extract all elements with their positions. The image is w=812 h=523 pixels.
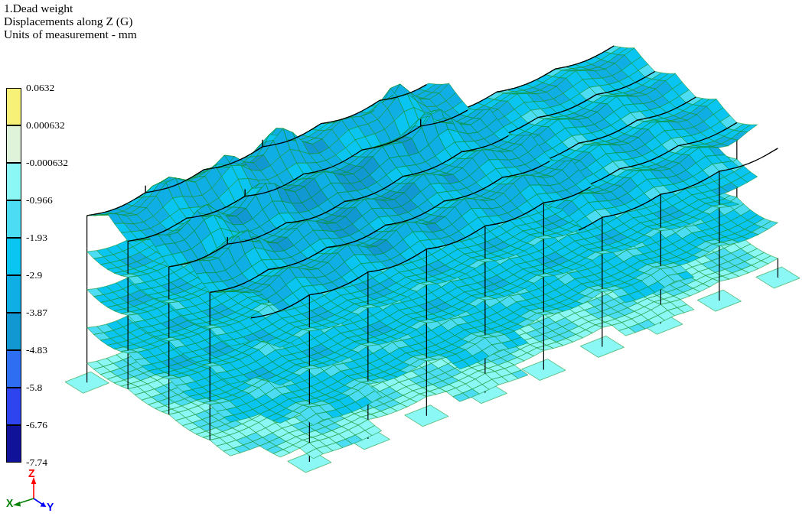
y-axis-arrow <box>34 499 43 505</box>
legend-swatches <box>6 88 21 463</box>
units-title: Units of measurement - mm <box>4 28 137 41</box>
viewport-background: 1.Dead weight Displacements along Z (G) … <box>0 0 812 523</box>
legend-labels: 0.06320.000632-0.000632-0.966-1.93-2.9-3… <box>26 88 95 470</box>
legend-swatch <box>6 88 21 125</box>
y-axis-label: Y <box>47 501 54 513</box>
legend-swatch <box>6 388 21 425</box>
legend-swatch <box>6 163 21 200</box>
quantity-title: Displacements along Z (G) <box>4 15 137 28</box>
model-viewport[interactable] <box>0 0 812 523</box>
legend-label: 0.000632 <box>26 119 65 132</box>
legend-label: -5.8 <box>26 382 42 394</box>
loadcase-title: 1.Dead weight <box>4 2 137 15</box>
y-axis-arrowhead <box>41 502 47 508</box>
result-header: 1.Dead weight Displacements along Z (G) … <box>4 2 137 41</box>
axis-triad: Z X Y <box>5 466 64 520</box>
legend-label: -0.966 <box>26 194 53 206</box>
z-axis-label: Z <box>28 467 35 479</box>
legend-swatch <box>6 425 21 463</box>
legend-label: -4.83 <box>26 344 47 356</box>
legend-label: -1.93 <box>26 232 47 244</box>
x-axis-arrowhead <box>13 502 21 507</box>
legend-label: -6.76 <box>26 419 47 431</box>
legend-swatch <box>6 200 21 238</box>
legend-swatch <box>6 238 21 275</box>
legend-swatch <box>6 275 21 313</box>
legend-label: -0.000632 <box>26 157 68 169</box>
legend-label: 0.0632 <box>26 82 54 94</box>
x-axis-label: X <box>6 497 14 509</box>
legend-swatch <box>6 313 21 350</box>
legend-label: -3.87 <box>26 307 47 319</box>
legend-swatch <box>6 350 21 388</box>
legend-swatch <box>6 125 21 163</box>
legend-label: -2.9 <box>26 269 42 281</box>
